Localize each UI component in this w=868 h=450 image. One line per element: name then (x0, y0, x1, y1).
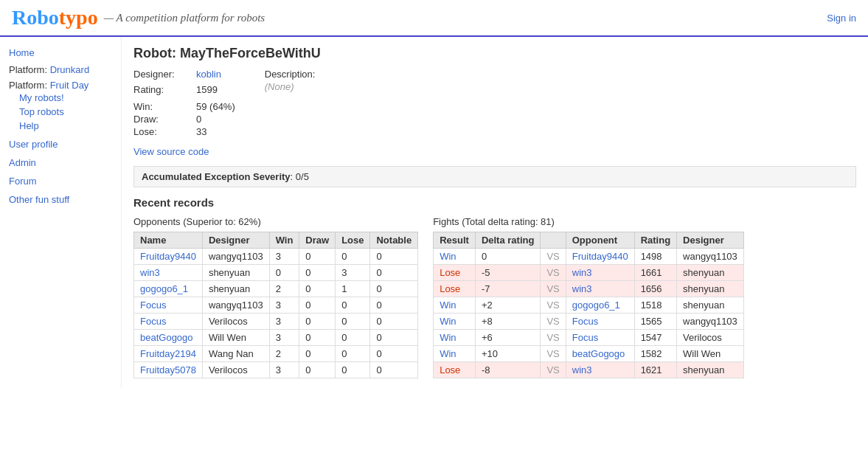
lose-label: Lose: (133, 126, 196, 137)
layout: Home Platform: Drunkard Platform: Fruit … (0, 37, 868, 387)
sidebar-platform-drunkard[interactable]: Drunkard (50, 63, 89, 77)
table-row: Focus wangyq1103 3 0 0 0 (134, 297, 418, 314)
opp-win: 3 (269, 297, 299, 314)
opp-name[interactable]: Fruitday9440 (134, 249, 203, 265)
fight-delta: +8 (475, 314, 541, 330)
opp-name[interactable]: Fruitday2194 (134, 346, 203, 362)
opp-notable: 0 (370, 362, 418, 378)
fight-rating: 1498 (634, 249, 676, 265)
fights-table: Result Delta rating Opponent Rating Desi… (433, 232, 744, 378)
fight-designer: wangyq1103 (677, 249, 744, 265)
fights-section: Fights (Total delta rating: 81) Result D… (433, 216, 856, 378)
table-row: Focus Verilocos 3 0 0 0 (134, 314, 418, 330)
opp-lose: 0 (336, 330, 370, 346)
fight-rating: 1582 (634, 346, 676, 362)
main-content: Robot: MayTheForceBeWithU Designer: kobl… (122, 37, 868, 387)
fight-opponent[interactable]: Fruitday9440 (566, 249, 634, 265)
sidebar-drunkard-section: Platform: Drunkard (9, 64, 121, 75)
col-designer: Designer (202, 232, 269, 249)
opp-name[interactable]: win3 (134, 265, 203, 281)
exception-label: Accumulated Exception Severity (142, 171, 291, 182)
description-none: (None) (265, 81, 294, 92)
exception-value: 0/5 (296, 171, 309, 182)
fight-vs: VS (541, 330, 566, 346)
fights-tbody: Win 0 VS Fruitday9440 1498 wangyq1103 Lo… (434, 249, 744, 378)
fight-designer: shenyuan (677, 297, 744, 314)
opponents-thead: Name Designer Win Draw Lose Notable (134, 232, 418, 249)
fight-designer: shenyuan (677, 281, 744, 297)
col-lose: Lose (336, 232, 370, 249)
sidebar-top-robots[interactable]: Top robots (19, 105, 121, 119)
designer-row: Designer: koblin (133, 69, 235, 80)
sidebar-other-fun-stuff[interactable]: Other fun stuff (9, 193, 121, 207)
fight-rating: 1565 (634, 314, 676, 330)
table-row: Lose -8 VS win3 1621 shenyuan (434, 362, 744, 378)
win-value: 59 (64%) (196, 101, 235, 112)
opp-name[interactable]: gogogo6_1 (134, 281, 203, 297)
opp-notable: 0 (370, 281, 418, 297)
opponents-table: Name Designer Win Draw Lose Notable Frui… (133, 232, 418, 378)
table-row: Win +10 VS beatGogogo 1582 Will Wen (434, 346, 744, 362)
opponents-header-row: Name Designer Win Draw Lose Notable (134, 232, 418, 249)
table-row: Fruitday2194 Wang Nan 2 0 0 0 (134, 346, 418, 362)
designer-link[interactable]: koblin (196, 69, 221, 80)
opp-draw: 0 (299, 249, 336, 265)
opp-name[interactable]: beatGogogo (134, 330, 203, 346)
opp-win: 2 (269, 281, 299, 297)
sidebar-fruitday-section: Platform: Fruit Day My robots! Top robot… (9, 80, 121, 133)
fcol-designer: Designer (677, 232, 744, 249)
fight-opponent[interactable]: beatGogogo (566, 346, 634, 362)
col-win: Win (269, 232, 299, 249)
description-row: Description: (265, 69, 327, 80)
logo-area: Robotypo — A competition platform for ro… (12, 6, 265, 30)
fight-designer: Verilocos (677, 330, 744, 346)
view-source-link[interactable]: View source code (133, 146, 209, 157)
sidebar-my-robots[interactable]: My robots! (19, 91, 121, 105)
fight-opponent[interactable]: win3 (566, 362, 634, 378)
sidebar-forum[interactable]: Forum (9, 174, 121, 188)
sidebar-home[interactable]: Home (9, 46, 121, 60)
opp-lose: 1 (336, 281, 370, 297)
opp-name[interactable]: Focus (134, 297, 203, 314)
sidebar-user-profile[interactable]: User profile (9, 137, 121, 151)
sign-in-link[interactable]: Sign in (827, 13, 856, 24)
draw-row: Draw: 0 (133, 114, 235, 125)
opp-name[interactable]: Fruitday5078 (134, 362, 203, 378)
fight-result: Lose (434, 281, 476, 297)
win-row: Win: 59 (64%) (133, 101, 235, 112)
opp-draw: 0 (299, 265, 336, 281)
opp-designer: Verilocos (202, 362, 269, 378)
sidebar-help[interactable]: Help (19, 119, 121, 133)
designer-label: Designer: (133, 69, 196, 80)
fight-delta: +2 (475, 297, 541, 314)
opp-lose: 0 (336, 314, 370, 330)
description-label: Description: (265, 69, 327, 80)
fight-vs: VS (541, 265, 566, 281)
fight-opponent[interactable]: Focus (566, 314, 634, 330)
win-label: Win: (133, 101, 196, 112)
recent-records-title: Recent records (133, 196, 856, 209)
fight-result: Win (434, 249, 476, 265)
fight-rating: 1656 (634, 281, 676, 297)
sidebar-admin[interactable]: Admin (9, 156, 121, 170)
sidebar-platform-fruitday[interactable]: Fruit Day (50, 78, 89, 92)
table-row: Lose -5 VS win3 1661 shenyuan (434, 265, 744, 281)
fight-opponent[interactable]: win3 (566, 265, 634, 281)
opp-lose: 0 (336, 249, 370, 265)
opp-name[interactable]: Focus (134, 314, 203, 330)
robot-info-left: Designer: koblin Rating: 1599 Win: 59 (6… (133, 69, 235, 139)
fights-subtitle: Fights (Total delta rating: 81) (433, 216, 856, 227)
fight-opponent[interactable]: Focus (566, 330, 634, 346)
opp-draw: 0 (299, 346, 336, 362)
opp-draw: 0 (299, 297, 336, 314)
table-row: win3 shenyuan 0 0 3 0 (134, 265, 418, 281)
rating-label: Rating: (133, 84, 196, 95)
fcol-delta: Delta rating (475, 232, 541, 249)
fight-opponent[interactable]: gogogo6_1 (566, 297, 634, 314)
opp-lose: 3 (336, 265, 370, 281)
opp-notable: 0 (370, 249, 418, 265)
fight-delta: 0 (475, 249, 541, 265)
fight-designer: Will Wen (677, 346, 744, 362)
fight-opponent[interactable]: win3 (566, 281, 634, 297)
sidebar-other-section: Other fun stuff (9, 193, 121, 207)
